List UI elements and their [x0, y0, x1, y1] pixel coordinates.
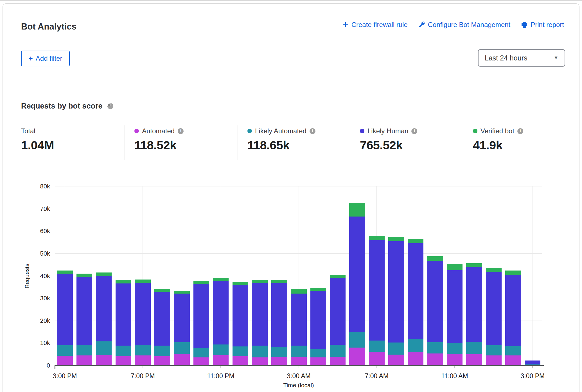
- create-firewall-rule-link[interactable]: Create firewall rule: [342, 21, 408, 29]
- y-tick-label: 40k: [11, 272, 50, 280]
- pie-chart-icon: [107, 102, 114, 110]
- bar-segment-automated: [233, 356, 248, 366]
- x-tick-label: 11:00 AM: [427, 372, 483, 380]
- configure-bot-management-label: Configure Bot Management: [428, 21, 511, 29]
- bar-segment-verified-bot: [193, 281, 209, 284]
- bar-segment-likely-automated: [349, 332, 365, 348]
- stat-likely-automated-value: 118.65k: [247, 138, 315, 152]
- stacked-bar: [369, 236, 385, 366]
- bar-segment-likely-human: [271, 283, 287, 347]
- bar-segment-likely-human: [486, 272, 502, 345]
- stat-automated-value: 118.52k: [134, 138, 184, 152]
- bar-segment-likely-human: [291, 294, 307, 346]
- bar-segment-verified-bot: [408, 239, 423, 243]
- header-divider: [3, 80, 579, 80]
- bar-segment-likely-automated: [57, 345, 73, 356]
- bar-segment-likely-human: [135, 283, 151, 345]
- stat-total-value: 1.04M: [21, 138, 54, 152]
- stacked-bar: [349, 203, 365, 366]
- bar-segment-verified-bot: [505, 271, 521, 275]
- stacked-bar: [233, 282, 248, 366]
- bar-segment-likely-human: [154, 292, 170, 346]
- bar-segment-verified-bot: [310, 288, 326, 291]
- stacked-bar: [213, 278, 229, 366]
- y-tick-label: 20k: [11, 317, 50, 325]
- bar-segment-automated: [505, 355, 521, 366]
- stacked-bar: [486, 268, 502, 366]
- print-report-link[interactable]: Print report: [521, 21, 564, 29]
- bar-segment-likely-automated: [310, 349, 326, 358]
- bar-segment-automated: [486, 355, 502, 366]
- bar-segment-likely-human: [116, 283, 131, 346]
- info-icon[interactable]: i: [178, 128, 184, 134]
- automated-legend-dot: [134, 129, 139, 133]
- info-icon[interactable]: i: [517, 128, 523, 134]
- print-report-label: Print report: [531, 21, 564, 29]
- bar-segment-likely-automated: [193, 348, 209, 357]
- configure-bot-management-link[interactable]: Configure Bot Management: [418, 21, 511, 29]
- bar-segment-verified-bot: [486, 268, 502, 272]
- stats-row: Total 1.04M Automated i 118.52k Likely A…: [0, 127, 582, 164]
- bar-segment-likely-human: [408, 243, 423, 339]
- bar-segment-likely-human: [57, 274, 73, 346]
- bar-segment-likely-automated: [96, 341, 112, 355]
- bar-segment-likely-human: [96, 276, 112, 342]
- bar-segment-likely-human: [174, 294, 190, 342]
- bar-segment-likely-human: [388, 241, 404, 343]
- stacked-bar: [76, 274, 92, 366]
- stat-total: Total 1.04M: [21, 127, 54, 152]
- bar-segment-verified-bot: [116, 280, 131, 283]
- bar-segment-likely-automated: [330, 345, 346, 357]
- bar-segment-likely-automated: [233, 346, 248, 356]
- time-range-select[interactable]: Last 24 hours ▼: [478, 49, 565, 67]
- bar-segment-likely-human: [427, 261, 443, 343]
- bar-chart-plot: [55, 186, 542, 366]
- bar-segment-verified-bot: [154, 289, 170, 292]
- bar-segment-likely-human: [193, 284, 209, 348]
- bar-segment-likely-automated: [76, 345, 92, 355]
- y-tick-label: 70k: [11, 205, 50, 213]
- section-title: Requests by bot score: [21, 102, 114, 111]
- bar-segment-verified-bot: [252, 280, 268, 283]
- stacked-bar: [427, 256, 443, 366]
- verified-bot-legend-dot: [473, 129, 477, 133]
- y-tick-label: 0: [11, 362, 50, 369]
- bar-segment-automated: [135, 355, 151, 366]
- bar-segment-verified-bot: [233, 282, 248, 285]
- add-filter-button[interactable]: + Add filter: [21, 51, 70, 66]
- x-tick-label: 7:00 PM: [115, 372, 171, 380]
- printer-icon: [521, 21, 528, 28]
- info-icon[interactable]: i: [310, 128, 315, 134]
- x-axis-origin-tick: [55, 366, 55, 369]
- stat-likely-automated: Likely Automated i 118.65k: [247, 127, 315, 152]
- bar-segment-automated: [330, 357, 346, 366]
- info-icon[interactable]: i: [411, 128, 417, 134]
- stacked-bar: [135, 280, 151, 366]
- plus-icon: [342, 22, 349, 28]
- stacked-bar: [154, 289, 170, 366]
- x-axis-line: [55, 365, 544, 366]
- stacked-bar: [330, 275, 346, 366]
- bar-segment-likely-human: [213, 281, 229, 344]
- y-tick-label: 50k: [11, 250, 50, 257]
- bar-segment-automated: [310, 357, 326, 366]
- bar-segment-automated: [349, 348, 365, 366]
- bar-segment-automated: [96, 355, 112, 366]
- bar-segment-likely-automated: [291, 346, 307, 357]
- bar-segment-verified-bot: [96, 272, 112, 276]
- bar-segment-likely-human: [505, 275, 521, 346]
- bar-segment-likely-automated: [116, 346, 131, 356]
- bar-segment-likely-automated: [213, 344, 229, 355]
- y-tick-label: 60k: [11, 227, 50, 235]
- stacked-bar: [57, 271, 73, 366]
- bar-segment-likely-automated: [388, 343, 404, 355]
- page-top-rule: [0, 0, 582, 1]
- bar-segment-likely-human: [330, 278, 346, 345]
- bar-segment-verified-bot: [369, 236, 385, 240]
- bar-segment-verified-bot: [135, 280, 151, 283]
- bar-segment-automated: [271, 357, 287, 366]
- bar-segment-likely-human: [349, 217, 365, 332]
- bar-segment-likely-automated: [505, 346, 521, 355]
- y-tick-label: 30k: [11, 295, 50, 302]
- bar-segment-verified-bot: [213, 278, 229, 281]
